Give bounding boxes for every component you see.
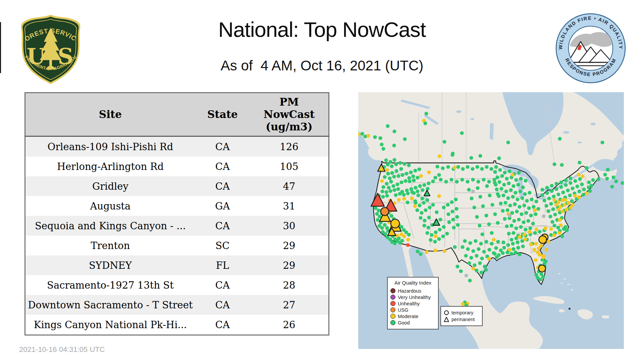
- monitor-dot: [495, 175, 499, 179]
- monitor-dot: [544, 204, 548, 207]
- monitor-dot: [411, 174, 415, 178]
- monitor-dot: [516, 183, 520, 186]
- monitor-dot: [514, 191, 517, 194]
- monitor-dot: [509, 238, 513, 241]
- monitor-dot: [463, 239, 467, 243]
- monitor-dot: [533, 208, 537, 212]
- monitor-dot: [553, 213, 557, 216]
- monitor-dot: [433, 240, 437, 243]
- monitor-dot: [558, 137, 561, 140]
- monitor-dot: [578, 161, 581, 164]
- monitor-dot: [427, 181, 430, 185]
- monitor-dot: [512, 247, 515, 251]
- monitor-dot: [571, 203, 574, 206]
- circle-outline-icon: [444, 310, 449, 315]
- monitor-dot: [487, 257, 491, 260]
- monitor-dot: [469, 256, 473, 259]
- lake-winnipeg: [490, 123, 494, 140]
- monitor-dot: [503, 171, 506, 174]
- nowcast-table-container: Site State PM NowCast (ug/m3) Orleans-10…: [24, 92, 329, 336]
- table-row: AugustaGA31: [25, 196, 329, 216]
- monitor-dot: [516, 246, 520, 249]
- monitor-dot: [433, 248, 437, 252]
- monitor-dot: [508, 214, 512, 217]
- monitor-dot: [564, 178, 568, 182]
- state-cell: CA: [195, 157, 250, 176]
- monitor-dot: [493, 181, 496, 184]
- monitor-dot: [521, 185, 525, 189]
- aqi-legend-item: Very Unhealthy: [390, 294, 435, 300]
- aqi-legend: Air Quality Index HazardousVery Unhealth…: [387, 277, 439, 329]
- monitor-dot: [385, 168, 389, 172]
- monitor-dot: [482, 178, 485, 181]
- monitor-dot: [562, 203, 566, 206]
- monitor-dot: [505, 177, 508, 180]
- monitor-dot: [614, 179, 618, 183]
- monitor-dot: [460, 131, 464, 135]
- monitor-dot: [505, 208, 509, 212]
- aqi-legend-label: Good: [398, 320, 410, 325]
- monitor-dot: [412, 178, 416, 182]
- monitor-dot: [529, 214, 533, 217]
- aqi-legend-item: Hazardous: [390, 288, 435, 294]
- monitor-dot: [456, 223, 460, 227]
- monitor-dot: [490, 231, 493, 235]
- value-cell: 26: [250, 315, 329, 335]
- monitor-dot: [381, 195, 385, 198]
- monitor-dot: [501, 209, 504, 213]
- monitor-dot: [523, 237, 527, 241]
- monitor-dot: [557, 231, 561, 235]
- monitor-dot: [386, 163, 389, 166]
- table-row: Downtown Sacramento - T StreetCA27: [25, 295, 329, 315]
- triangle-outline-icon: [444, 317, 449, 322]
- monitor-dot: [450, 200, 453, 204]
- monitor-dot: [493, 170, 497, 174]
- state-cell: CA: [195, 315, 250, 335]
- monitor-dot: [506, 196, 510, 200]
- monitor-dot: [517, 171, 521, 174]
- monitor-dot: [413, 204, 417, 208]
- monitor-dot: [388, 176, 391, 180]
- monitor-dot: [444, 180, 448, 183]
- monitor-dot: [483, 264, 486, 268]
- monitor-dot: [551, 207, 555, 211]
- monitor-dot: [525, 199, 529, 202]
- monitor-dot: [420, 196, 424, 200]
- monitor-dot: [394, 162, 398, 166]
- monitor-dot: [471, 189, 475, 193]
- monitor-dot: [442, 205, 445, 209]
- monitor-dot: [434, 230, 437, 234]
- monitor-dot: [418, 184, 422, 188]
- monitor-dot: [538, 253, 541, 256]
- monitor-dot: [437, 194, 441, 198]
- monitor-dot: [450, 153, 454, 157]
- monitor-dot: [452, 166, 456, 169]
- monitor-dot: [499, 201, 502, 205]
- monitor-dot: [424, 112, 428, 115]
- monitor-dot: [386, 172, 390, 175]
- monitor-dot: [478, 224, 481, 227]
- monitor-dot: [540, 193, 544, 197]
- monitor-dot: [461, 302, 465, 306]
- monitor-dot: [441, 234, 445, 238]
- monitor-dot: [447, 220, 451, 224]
- state-cell: FL: [195, 255, 250, 275]
- monitor-dot: [484, 240, 488, 243]
- monitor-dot: [438, 228, 441, 231]
- monitor-dot: [508, 248, 512, 251]
- monitor-dot: [518, 189, 522, 193]
- monitor-dot: [534, 212, 537, 216]
- monitor-dot: [581, 174, 584, 178]
- monitor-dot: [513, 202, 517, 206]
- monitor-dot: [454, 207, 458, 210]
- monitor-dot: [506, 243, 510, 247]
- monitor-dot: [383, 232, 387, 236]
- monitor-dot: [558, 218, 561, 222]
- monitor-dot: [540, 188, 544, 191]
- table-row: Sequoia and Kings Canyon - ...CA30: [25, 216, 329, 236]
- monitor-dot: [406, 191, 410, 195]
- monitor-dot: [449, 178, 453, 181]
- monitor-dot: [438, 218, 442, 221]
- monitor-dot: [422, 201, 425, 204]
- monitor-dot: [409, 170, 413, 174]
